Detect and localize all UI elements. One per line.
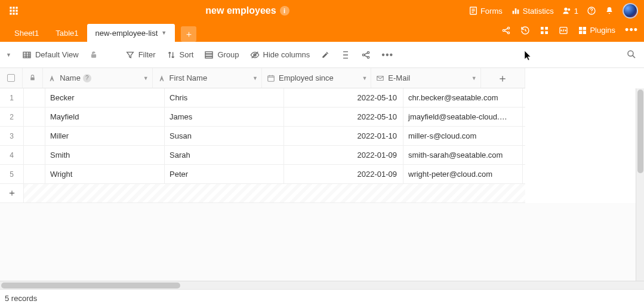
email-type-icon — [376, 74, 384, 82]
row-number[interactable]: 4 — [0, 146, 24, 164]
row-expand[interactable] — [24, 146, 45, 164]
search-button[interactable] — [626, 49, 637, 62]
views-menu[interactable]: ▼ — [6, 52, 11, 58]
avatar[interactable] — [623, 3, 638, 19]
chevron-down-icon[interactable]: ▼ — [161, 30, 167, 36]
cell-first-name[interactable]: Sarah — [165, 146, 284, 164]
cell-employed-since[interactable]: 2022-01-09 — [284, 165, 403, 183]
table-row[interactable]: 2MayfieldJames2022-05-10jmayfield@seatab… — [0, 108, 525, 127]
chevron-down-icon[interactable]: ▼ — [143, 75, 149, 81]
cell-name[interactable]: Smith — [45, 146, 165, 164]
cell-name[interactable]: Wright — [45, 165, 165, 183]
record-count: 5 records — [5, 294, 37, 303]
members-button[interactable]: 1 — [562, 6, 578, 16]
default-view-button[interactable]: Default View — [22, 50, 79, 60]
column-header-email[interactable]: E-Mail ▼ — [371, 68, 480, 88]
row-number[interactable]: 3 — [0, 127, 24, 145]
tab-sheet1[interactable]: Sheet1 — [6, 24, 47, 42]
table-row[interactable]: 1BeckerChris2022-05-10chr.becker@seatabl… — [0, 88, 525, 108]
cell-employed-since[interactable]: 2022-05-10 — [284, 88, 403, 107]
sort-icon — [167, 50, 176, 60]
more-icon[interactable]: ••• — [625, 24, 638, 36]
cell-employed-since[interactable]: 2022-05-10 — [284, 108, 403, 126]
svg-rect-1 — [13, 7, 14, 8]
row-number[interactable]: 2 — [0, 108, 24, 126]
row-expand[interactable] — [24, 165, 45, 183]
row-expand[interactable] — [24, 88, 45, 107]
view-lock-icon[interactable] — [90, 51, 98, 59]
column-header-employed-since[interactable]: Employed since ▼ — [262, 68, 371, 88]
tab-new-employee-list[interactable]: new-employee-list ▼ — [87, 24, 175, 42]
status-bar: 5 records — [0, 289, 644, 307]
cell-employed-since[interactable]: 2022-01-09 — [284, 146, 403, 164]
statistics-link[interactable]: Statistics — [511, 6, 554, 16]
cell-first-name[interactable]: James — [165, 108, 284, 126]
automation-icon[interactable] — [540, 26, 549, 35]
table-row[interactable]: 3MillerSusan2022-01-10miller-s@cloud.com — [0, 127, 525, 146]
svg-rect-20 — [541, 27, 544, 30]
cell-first-name[interactable]: Susan — [165, 127, 284, 145]
cell-employed-since[interactable]: 2022-01-10 — [284, 127, 403, 145]
title-bar: new employees i Forms Statistics 1 — [0, 0, 644, 22]
row-number[interactable]: 1 — [0, 88, 24, 107]
chevron-down-icon[interactable]: ▼ — [472, 75, 477, 81]
cell-name[interactable]: Mayfield — [45, 108, 165, 126]
row-height-button[interactable] — [341, 50, 350, 60]
lock-column-icon[interactable] — [23, 68, 43, 88]
script-icon[interactable] — [559, 26, 568, 35]
svg-rect-31 — [205, 51, 212, 53]
add-table-button[interactable]: ＋ — [181, 26, 196, 42]
column-header-first-name[interactable]: First Name ▼ — [153, 68, 262, 88]
grid-empty-area — [0, 203, 644, 281]
vertical-scrollbar[interactable] — [636, 88, 644, 281]
info-icon[interactable]: i — [280, 6, 289, 16]
filter-button[interactable]: Filter — [125, 50, 156, 60]
cell-email[interactable]: jmayfield@seatable-cloud.… — [403, 108, 523, 126]
history-icon[interactable] — [520, 26, 530, 35]
cell-email[interactable]: miller-s@cloud.com — [403, 127, 523, 145]
cell-name[interactable]: Miller — [45, 127, 165, 145]
hide-columns-button[interactable]: Hide columns — [250, 50, 310, 60]
column-header-name[interactable]: Name ? ▼ — [43, 68, 152, 88]
svg-rect-6 — [10, 13, 11, 14]
help-badge-icon[interactable]: ? — [83, 74, 91, 82]
svg-point-14 — [568, 8, 570, 11]
plugins-button[interactable]: Plugins — [578, 26, 615, 35]
row-expand[interactable] — [24, 108, 45, 126]
add-row-button[interactable]: ＋ — [0, 184, 24, 202]
share-icon[interactable] — [501, 26, 511, 35]
cell-name[interactable]: Becker — [45, 88, 165, 107]
notifications-button[interactable] — [605, 6, 614, 16]
text-type-icon — [158, 74, 166, 82]
cell-email[interactable]: smith-sarah@seatable.com — [403, 146, 523, 164]
cell-first-name[interactable]: Peter — [165, 165, 284, 183]
plugins-icon — [578, 26, 587, 35]
chevron-down-icon[interactable]: ▼ — [252, 75, 258, 81]
cell-email[interactable]: wright-peter@cloud.com — [403, 165, 523, 183]
base-title[interactable]: new employees — [205, 5, 276, 16]
sort-button[interactable]: Sort — [167, 50, 194, 60]
svg-rect-26 — [583, 27, 586, 30]
chevron-down-icon[interactable]: ▼ — [362, 75, 367, 81]
row-number[interactable]: 5 — [0, 165, 24, 183]
apps-menu-icon[interactable] — [6, 3, 21, 19]
tab-table1[interactable]: Table1 — [47, 24, 87, 42]
share-view-button[interactable] — [361, 50, 371, 60]
horizontal-scrollbar[interactable] — [0, 281, 644, 289]
share-icon — [361, 50, 371, 60]
forms-link[interactable]: Forms — [469, 6, 503, 16]
svg-rect-3 — [10, 10, 11, 11]
toolbar-more-button[interactable]: ••• — [381, 50, 393, 60]
lock-open-icon — [90, 51, 98, 59]
row-expand[interactable] — [24, 127, 45, 145]
group-button[interactable]: Group — [204, 50, 239, 60]
table-row[interactable]: 5WrightPeter2022-01-09wright-peter@cloud… — [0, 165, 525, 184]
table-row[interactable]: 4SmithSarah2022-01-09smith-sarah@seatabl… — [0, 146, 525, 165]
paint-button[interactable] — [321, 50, 330, 60]
help-button[interactable] — [587, 6, 596, 16]
select-all-checkbox[interactable] — [0, 68, 23, 88]
cell-email[interactable]: chr.becker@seatable.com — [403, 88, 523, 107]
column-header-row: Name ? ▼ First Name ▼ Employed since ▼ E… — [0, 68, 525, 88]
cell-first-name[interactable]: Chris — [165, 88, 284, 107]
add-column-button[interactable]: ＋ — [481, 68, 525, 88]
